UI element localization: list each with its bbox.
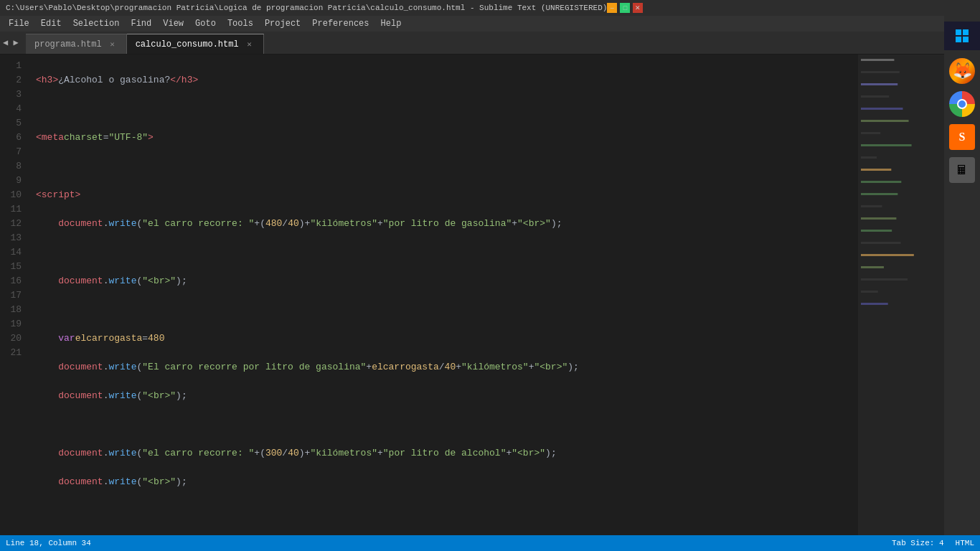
tab-close-calculo[interactable]: ✕: [245, 39, 255, 50]
status-tab-size: Tab Size: 4: [892, 539, 944, 547]
titlebar-controls: – □ ✕: [607, 3, 643, 13]
statusbar: Line 18, Column 34 Tab Size: 4 HTML: [0, 535, 980, 551]
menu-tools[interactable]: Tools: [222, 16, 259, 32]
code-line-1: <h3>¿Alcohol o gasolina?</h3>: [36, 73, 858, 88]
tabbar: ◀ ▶ programa.html ✕ calculo_consumo.html…: [0, 32, 980, 55]
minimap: [858, 55, 944, 535]
editor-wrapper: 1 2 3 4 5 6 7 8 9 10 11 12 13 14 15 16 1…: [0, 55, 944, 535]
close-button[interactable]: ✕: [633, 3, 643, 13]
code-line-17: var alcohol = 300;: [36, 532, 858, 535]
menu-edit[interactable]: Edit: [35, 16, 67, 32]
menu-selection[interactable]: Selection: [67, 16, 126, 32]
code-line-4: [36, 159, 858, 174]
minimize-button[interactable]: –: [607, 3, 617, 13]
code-line-3: <meta charset="UTF-8">: [36, 131, 858, 145]
code-line-11: document.write("El carro recorre por lit…: [36, 360, 858, 375]
code-line-5: <script>: [36, 188, 858, 202]
windows-start-icon[interactable]: [944, 22, 980, 50]
tab-calculo[interactable]: calculo_consumo.html ✕: [127, 34, 264, 54]
code-line-8: document.write("<br>");: [36, 274, 858, 288]
menu-goto[interactable]: Goto: [189, 16, 222, 32]
code-line-9: [36, 303, 858, 317]
menu-project[interactable]: Project: [259, 16, 306, 32]
right-sidebar: 🦊 S 🖩: [944, 16, 980, 535]
firefox-icon[interactable]: 🦊: [947, 56, 977, 86]
titlebar: C:\Users\Pablo\Desktop\programacion Patr…: [0, 0, 980, 16]
line-numbers: 1 2 3 4 5 6 7 8 9 10 11 12 13 14 15 16 1…: [0, 55, 29, 535]
statusbar-right: Tab Size: 4 HTML: [892, 539, 974, 547]
menu-help[interactable]: Help: [375, 16, 407, 32]
menu-find[interactable]: Find: [125, 16, 157, 32]
menu-preferences[interactable]: Preferences: [306, 16, 374, 32]
tab-programa[interactable]: programa.html ✕: [26, 34, 127, 54]
code-line-14: document.write("el carro recorre: " +(30…: [36, 446, 858, 461]
calculator-icon[interactable]: 🖩: [947, 155, 977, 185]
code-line-16: [36, 504, 858, 518]
menu-file[interactable]: File: [3, 16, 35, 32]
menu-view[interactable]: View: [157, 16, 189, 32]
sublime-icon[interactable]: S: [947, 122, 977, 152]
code-line-6: document.write("el carro recorre: " +(48…: [36, 217, 858, 231]
code-line-12: document.write("<br>");: [36, 389, 858, 403]
menubar: File Edit Selection Find View Goto Tools…: [0, 16, 980, 32]
tab-close-programa[interactable]: ✕: [108, 39, 118, 50]
tab-label: calculo_consumo.html: [136, 39, 239, 50]
chrome-icon[interactable]: [947, 89, 977, 119]
status-position: Line 18, Column 34: [6, 539, 91, 547]
code-line-10: var elcarrogasta = 480: [36, 331, 858, 346]
code-line-15: document.write("<br>");: [36, 475, 858, 489]
code-line-7: [36, 245, 858, 260]
code-line-13: [36, 418, 858, 432]
code-line-2: [36, 102, 858, 116]
tab-nav-arrows[interactable]: ◀ ▶: [0, 31, 22, 54]
titlebar-title: C:\Users\Pablo\Desktop\programacion Patr…: [6, 4, 607, 12]
tab-label: programa.html: [34, 39, 102, 50]
status-syntax: HTML: [956, 539, 974, 547]
maximize-button[interactable]: □: [620, 3, 630, 13]
code-editor[interactable]: <h3>¿Alcohol o gasolina?</h3> <meta char…: [29, 55, 858, 535]
